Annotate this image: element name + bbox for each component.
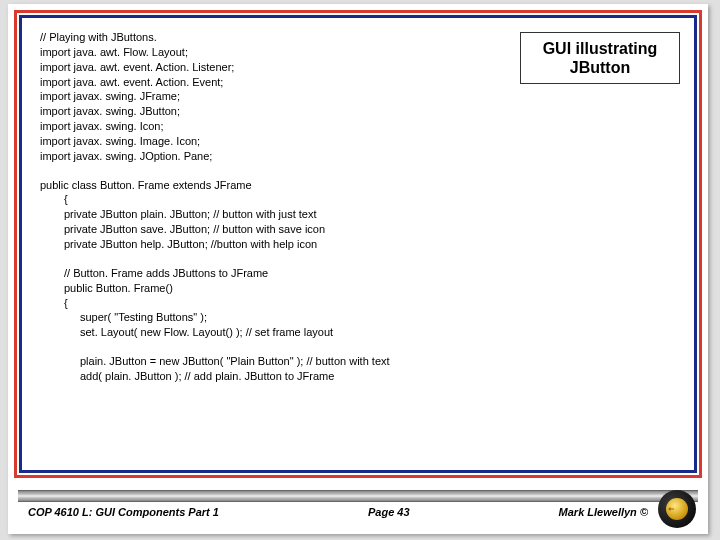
outer-border: GUI illustrating JButton // Playing with… [14, 10, 702, 478]
footer: COP 4610 L: GUI Components Part 1 Page 4… [8, 484, 708, 534]
code-line: public Button. Frame() [40, 281, 676, 296]
code-line: import javax. swing. Icon; [40, 119, 676, 134]
title-line1: GUI illustrating [525, 39, 675, 58]
code-line: // Button. Frame adds JButtons to JFrame [40, 266, 676, 281]
footer-left: COP 4610 L: GUI Components Part 1 [28, 506, 219, 518]
code-line: private JButton help. JButton; //button … [40, 237, 676, 252]
code-line: { [40, 192, 676, 207]
inner-border: GUI illustrating JButton // Playing with… [19, 15, 697, 473]
code-line: import javax. swing. JButton; [40, 104, 676, 119]
footer-center: Page 43 [368, 506, 410, 518]
code-line: import javax. swing. Image. Icon; [40, 134, 676, 149]
class-block: public class Button. Frame extends JFram… [40, 178, 676, 252]
title-box: GUI illustrating JButton [520, 32, 680, 84]
slide: GUI illustrating JButton // Playing with… [8, 4, 708, 534]
code-line: { [40, 296, 676, 311]
code-line: super( "Testing Buttons" ); [40, 310, 676, 325]
title-line2: JButton [525, 58, 675, 77]
footer-row: COP 4610 L: GUI Components Part 1 Page 4… [28, 506, 648, 518]
code-line: import javax. swing. JOption. Pane; [40, 149, 676, 164]
code-line: private JButton save. JButton; // button… [40, 222, 676, 237]
pegasus-icon [666, 498, 688, 520]
code-line: set. Layout( new Flow. Layout() ); // se… [40, 325, 676, 340]
ctor-body-block: plain. JButton = new JButton( "Plain But… [40, 354, 676, 384]
ctor-header-block: // Button. Frame adds JButtons to JFrame… [40, 266, 676, 340]
code-line: add( plain. JButton ); // add plain. JBu… [40, 369, 676, 384]
code-line: plain. JButton = new JButton( "Plain But… [40, 354, 676, 369]
ucf-logo [658, 490, 696, 528]
code-line: private JButton plain. JButton; // butto… [40, 207, 676, 222]
footer-stripe [18, 490, 698, 502]
footer-right: Mark Llewellyn © [559, 506, 648, 518]
code-line: public class Button. Frame extends JFram… [40, 178, 676, 193]
code-line: import javax. swing. JFrame; [40, 89, 676, 104]
